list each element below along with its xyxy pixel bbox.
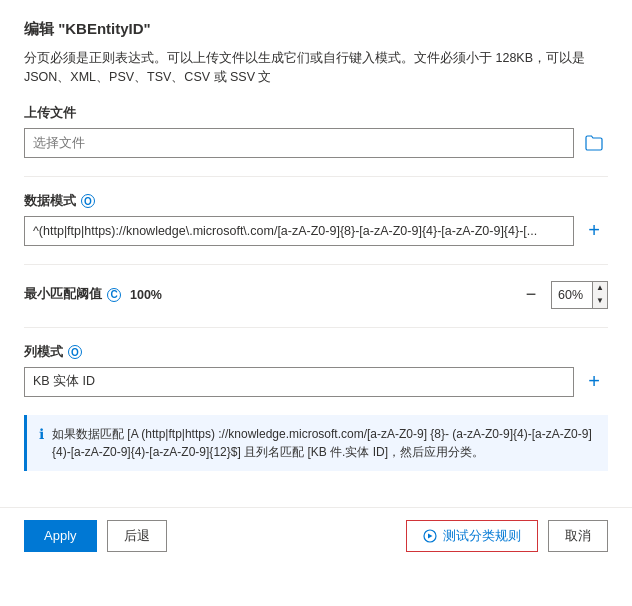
- threshold-controls: − ▲ ▼: [491, 281, 608, 309]
- spinner-up-button[interactable]: ▲: [593, 282, 607, 295]
- data-mode-label-row: 数据模式 O: [24, 193, 608, 210]
- data-mode-label: 数据模式: [24, 193, 76, 210]
- test-button[interactable]: 测试分类规则: [406, 520, 538, 552]
- spinner-down-button[interactable]: ▼: [593, 295, 607, 308]
- info-box: ℹ 如果数据匹配 [A (http|ftp|https) ://knowledg…: [24, 415, 608, 471]
- divider-3: [24, 327, 608, 328]
- test-button-label: 测试分类规则: [443, 527, 521, 545]
- threshold-row: 最小匹配阈值 C 100% − ▲ ▼: [24, 281, 608, 309]
- upload-file-label: 上传文件: [24, 105, 608, 122]
- page-title: 编辑 "KBEntityID": [24, 20, 608, 39]
- threshold-info-icon[interactable]: C: [107, 288, 121, 302]
- list-mode-row: +: [24, 367, 608, 397]
- list-mode-info-icon[interactable]: O: [68, 345, 82, 359]
- test-icon: [423, 529, 437, 543]
- list-mode-label-row: 列模式 O: [24, 344, 608, 361]
- list-mode-input[interactable]: [24, 367, 574, 397]
- data-mode-row: +: [24, 216, 608, 246]
- info-box-text: 如果数据匹配 [A (http|ftp|https) ://knowledge.…: [52, 425, 596, 461]
- data-mode-info-icon[interactable]: O: [81, 194, 95, 208]
- threshold-spinner: ▲ ▼: [551, 281, 608, 309]
- spinner-arrows: ▲ ▼: [592, 282, 607, 308]
- file-input[interactable]: [24, 128, 574, 158]
- description-text: 分页必须是正则表达式。可以上传文件以生成它们或自行键入模式。文件必须小于 128…: [24, 49, 608, 87]
- divider-2: [24, 264, 608, 265]
- list-mode-add-button[interactable]: +: [580, 368, 608, 396]
- upload-file-row: [24, 128, 608, 158]
- divider-1: [24, 176, 608, 177]
- data-mode-input[interactable]: [24, 216, 574, 246]
- footer: Apply 后退 测试分类规则 取消: [0, 507, 632, 564]
- list-mode-label: 列模式: [24, 344, 63, 361]
- threshold-label: 最小匹配阈值 C 100%: [24, 286, 491, 303]
- apply-button[interactable]: Apply: [24, 520, 97, 552]
- info-box-icon: ℹ: [39, 426, 44, 442]
- threshold-minus-button[interactable]: −: [519, 283, 543, 307]
- cancel-button[interactable]: 取消: [548, 520, 608, 552]
- data-mode-add-button[interactable]: +: [580, 217, 608, 245]
- folder-browse-button[interactable]: [580, 129, 608, 157]
- threshold-input[interactable]: [552, 282, 592, 308]
- back-button[interactable]: 后退: [107, 520, 167, 552]
- threshold-percent-display: 100%: [130, 288, 162, 302]
